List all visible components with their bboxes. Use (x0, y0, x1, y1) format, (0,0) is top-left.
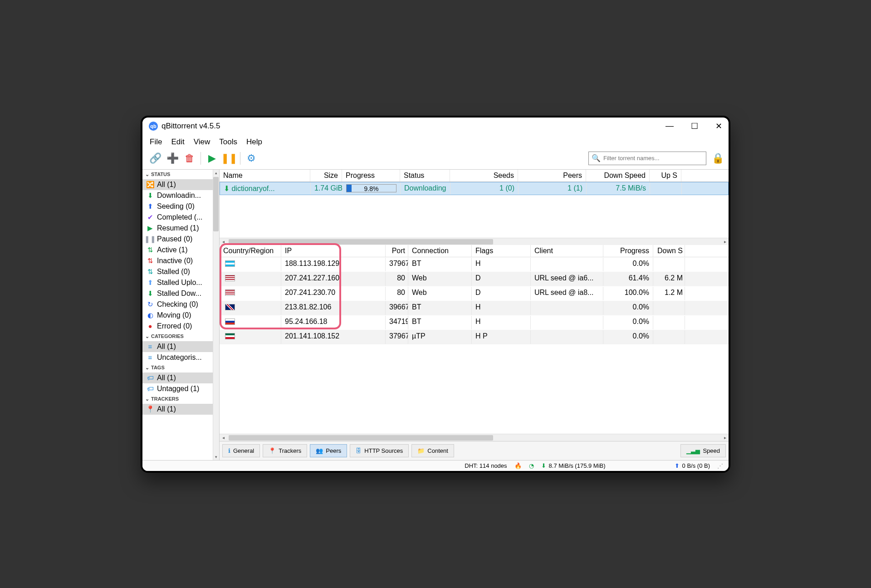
delete-button[interactable]: 🗑 (181, 150, 198, 167)
menu-help[interactable]: Help (246, 137, 262, 147)
resize-grip-icon[interactable]: ⋰ (717, 462, 723, 469)
col-country[interactable]: Country/Region (220, 245, 281, 257)
sidebar-item[interactable]: ◐Moving (0) (142, 310, 219, 321)
col-connection[interactable]: Connection (408, 245, 472, 257)
peer-row[interactable]: 95.24.166.1834719BTH0.0% (220, 315, 729, 330)
hscroll-thumb[interactable] (229, 435, 493, 441)
sidebar-item[interactable]: ●Errored (0) (142, 321, 219, 332)
col-flags[interactable]: Flags (472, 245, 531, 257)
scroll-up-arrow[interactable]: ▴ (213, 170, 219, 176)
peer-row[interactable]: 188.113.198.12937967BTH0.0% (220, 257, 729, 272)
scroll-down-arrow[interactable]: ▾ (213, 454, 219, 460)
torrent-list: Name Size Progress Status Seeds Peers Do… (220, 170, 729, 238)
sidebar-item[interactable]: 🔀All (1) (142, 179, 219, 190)
app-window: qb qBittorrent v4.5.5 — ☐ ✕ FileEditView… (141, 116, 730, 473)
minimize-button[interactable]: — (665, 121, 674, 131)
scrollbar-thumb[interactable] (213, 177, 219, 231)
sidebar-item[interactable]: 🏷Untagged (1) (142, 383, 219, 394)
add-torrent-button[interactable]: ➕ (164, 150, 181, 167)
tab-peers[interactable]: 👥Peers (310, 444, 347, 457)
col-downspeed[interactable]: Down Speed (586, 170, 650, 181)
down-speed-status: ⬇8.7 MiB/s (175.9 MiB) (541, 462, 606, 469)
search-box[interactable]: 🔍 (588, 152, 706, 165)
separator (240, 152, 240, 165)
sidebar-item[interactable]: ⬆Seeding (0) (142, 201, 219, 212)
pause-button[interactable]: ❚❚ (221, 150, 237, 167)
detail-tabs: ℹGeneral📍Trackers👥Peers🗄HTTP Sources📁Con… (220, 441, 729, 460)
peer-row[interactable]: 207.241.230.7080WebDURL seed @ ia8...100… (220, 286, 729, 301)
sidebar-item[interactable]: ≡All (1) (142, 341, 219, 352)
torrent-name: dictionaryof... (231, 185, 274, 192)
col-seeds[interactable]: Seeds (450, 170, 518, 181)
sidebar-scrollbar[interactable]: ▴ ▾ (213, 170, 219, 460)
peer-header-row: Country/Region IP Port Connection Flags … (220, 245, 729, 257)
torrent-size: 1.74 GiB (311, 182, 343, 195)
settings-button[interactable]: ⚙ (243, 150, 259, 167)
maximize-button[interactable]: ☐ (691, 121, 698, 131)
sidebar-item[interactable]: ⇅Inactive (0) (142, 255, 219, 266)
speed-icon[interactable]: ◔ (529, 462, 534, 469)
torrent-seeds: 1 (0) (450, 182, 519, 195)
section-header[interactable]: ⌄ TRACKERS (142, 394, 219, 404)
menu-tools[interactable]: Tools (219, 137, 237, 147)
scroll-right-arrow[interactable]: ▸ (721, 238, 729, 245)
status-bar: DHT: 114 nodes 🔥 ◔ ⬇8.7 MiB/s (175.9 MiB… (142, 460, 729, 471)
sidebar-item[interactable]: ⬇Stalled Dow... (142, 288, 219, 299)
col-ip[interactable]: IP (281, 245, 386, 257)
torrent-row[interactable]: ⬇ dictionaryof... 1.74 GiB 9.8% Download… (220, 182, 729, 195)
peer-row[interactable]: 213.81.82.10639667BTH0.0% (220, 301, 729, 315)
menu-edit[interactable]: Edit (171, 137, 184, 147)
sidebar-item[interactable]: ❚❚Paused (0) (142, 234, 219, 245)
add-link-button[interactable]: 🔗 (147, 150, 163, 167)
sidebar-item[interactable]: ≡Uncategoris... (142, 352, 219, 363)
peer-rows: 188.113.198.12937967BTH0.0%207.241.227.1… (220, 257, 729, 344)
tab-content[interactable]: 📁Content (411, 444, 454, 457)
sidebar: ▴ ▾ ⌄ STATUS🔀All (1)⬇Downloadin...⬆Seedi… (142, 170, 220, 460)
section-header[interactable]: ⌄ TAGS (142, 363, 219, 372)
search-input[interactable] (603, 155, 703, 162)
resume-button[interactable]: ▶ (204, 150, 220, 167)
peer-row[interactable]: 201.141.108.15237967µTPH P0.0% (220, 330, 729, 344)
hscroll-thumb[interactable] (229, 239, 493, 245)
col-port[interactable]: Port (386, 245, 408, 257)
tab-trackers[interactable]: 📍Trackers (263, 444, 307, 457)
torrent-peers: 1 (1) (519, 182, 587, 195)
sidebar-item[interactable]: 📍All (1) (142, 404, 219, 415)
sidebar-item[interactable]: ⬆Stalled Uplo... (142, 277, 219, 288)
col-peers[interactable]: Peers (518, 170, 586, 181)
menu-bar: FileEditViewToolsHelp (142, 135, 729, 149)
firewall-icon[interactable]: 🔥 (514, 462, 522, 469)
tab-speed[interactable]: ▁▃▅Speed (680, 444, 726, 457)
sidebar-item[interactable]: ⬇Downloadin... (142, 190, 219, 201)
peers-hscroll[interactable]: ◂ ▸ (220, 434, 729, 441)
col-peer-progress[interactable]: Progress (603, 245, 653, 257)
scroll-left-arrow[interactable]: ◂ (220, 238, 227, 245)
section-header[interactable]: ⌄ CATEGORIES (142, 332, 219, 341)
menu-file[interactable]: File (150, 137, 162, 147)
col-upspeed[interactable]: Up S (650, 170, 681, 181)
sidebar-item[interactable]: ↻Checking (0) (142, 299, 219, 310)
sidebar-item[interactable]: 🏷All (1) (142, 372, 219, 383)
col-name[interactable]: Name (220, 170, 310, 181)
sidebar-item[interactable]: ✔Completed (... (142, 212, 219, 223)
close-button[interactable]: ✕ (715, 121, 722, 131)
main-panel: Name Size Progress Status Seeds Peers Do… (220, 170, 729, 460)
app-icon: qb (149, 122, 158, 131)
menu-view[interactable]: View (194, 137, 210, 147)
lock-icon[interactable]: 🔒 (712, 152, 724, 164)
tab-http-sources[interactable]: 🗄HTTP Sources (350, 444, 409, 457)
sidebar-item[interactable]: ▶Resumed (1) (142, 223, 219, 234)
tab-general[interactable]: ℹGeneral (222, 444, 260, 457)
section-header[interactable]: ⌄ STATUS (142, 170, 219, 179)
sidebar-item[interactable]: ⇅Stalled (0) (142, 266, 219, 277)
peer-row[interactable]: 207.241.227.16080WebDURL seed @ ia6...61… (220, 272, 729, 286)
col-client[interactable]: Client (531, 245, 603, 257)
sidebar-item[interactable]: ⇅Active (1) (142, 245, 219, 255)
col-peer-down[interactable]: Down S (653, 245, 685, 257)
torrent-hscroll[interactable]: ◂ ▸ (220, 238, 729, 245)
col-progress[interactable]: Progress (342, 170, 400, 181)
col-status[interactable]: Status (400, 170, 450, 181)
scroll-right-arrow[interactable]: ▸ (721, 434, 729, 441)
col-size[interactable]: Size (310, 170, 342, 181)
scroll-left-arrow[interactable]: ◂ (220, 434, 227, 441)
